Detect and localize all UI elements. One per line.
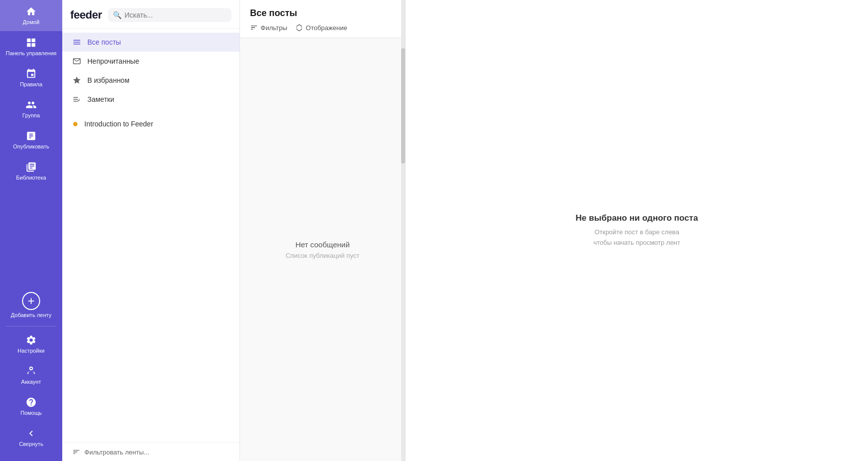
no-post-subtitle-line2: чтобы начать просмотр лент (593, 239, 680, 246)
nav-label-rules: Правила (20, 81, 43, 87)
nav-item-library[interactable]: Библиотека (0, 156, 62, 187)
app-logo: feeder (70, 9, 102, 22)
feed-list-toolbar: Фильтры Отображение (250, 24, 395, 32)
search-icon: 🔍 (113, 11, 121, 19)
no-post-title: Не выбрано ни одного поста (576, 213, 698, 223)
notes-icon (72, 95, 81, 104)
scrollbar-track[interactable] (401, 0, 405, 461)
nav-label-home: Домой (23, 19, 40, 25)
nav-label-settings: Настройки (18, 348, 45, 354)
display-icon (295, 24, 303, 32)
display-label: Отображение (306, 24, 347, 32)
sidebar-item-label-unread: Непрочитанные (87, 57, 139, 65)
nav-label-publish: Опубликовать (13, 143, 49, 149)
help-icon (26, 397, 37, 408)
nav-label-library: Библиотека (16, 175, 46, 181)
sidebar-item-unread[interactable]: Непрочитанные (62, 52, 239, 71)
group-icon (26, 99, 37, 110)
sidebar-item-all-posts[interactable]: Все посты (62, 33, 239, 52)
nav-item-help[interactable]: Помощь (0, 391, 62, 422)
nav-item-group[interactable]: Группа (0, 93, 62, 124)
nav-item-collapse[interactable]: Свернуть (0, 422, 62, 453)
rules-icon (26, 68, 37, 79)
feed-list-panel: Все посты Фильтры Отображение Нет (240, 0, 406, 461)
home-icon (26, 6, 37, 17)
empty-title: Нет сообщений (286, 240, 359, 249)
empty-subtitle: Список публикаций пуст (286, 252, 359, 259)
nav-divider (6, 326, 56, 327)
feed-list-header: Все посты Фильтры Отображение (240, 0, 405, 38)
sidebar: feeder 🔍 Все посты Непрочитанные В избра (62, 0, 240, 461)
feed-list-title: Все посты (250, 8, 395, 19)
dashboard-icon (26, 37, 37, 48)
sidebar-item-label-all-posts: Все посты (87, 38, 121, 46)
main-content: Все посты Фильтры Отображение Нет (240, 0, 868, 461)
publish-icon (26, 130, 37, 141)
nav-label-account: Аккаунт (21, 379, 41, 385)
nav-item-settings[interactable]: Настройки (0, 329, 62, 360)
nav-item-rules[interactable]: Правила (0, 62, 62, 93)
nav-item-account[interactable]: Аккаунт (0, 360, 62, 391)
article-panel: Не выбрано ни одного поста Откройте пост… (406, 0, 868, 461)
nav-item-publish[interactable]: Опубликовать (0, 124, 62, 156)
filters-icon (250, 24, 258, 32)
search-box[interactable]: 🔍 (108, 8, 231, 22)
add-feed-icon: + (22, 292, 40, 310)
filter-icon (72, 448, 80, 456)
left-nav: Домой Панель управления Правила Группа О… (0, 0, 62, 461)
display-button[interactable]: Отображение (295, 24, 347, 32)
sidebar-item-notes[interactable]: Заметки (62, 90, 239, 109)
collapse-icon (26, 428, 37, 439)
feed-item-intro-feeder[interactable]: ● Introduction to Feeder (62, 113, 239, 134)
nav-label-dashboard: Панель управления (6, 50, 56, 56)
rss-icon: ● (72, 118, 78, 129)
add-feed-label: Добавить ленту (11, 312, 52, 318)
sidebar-footer-filter[interactable]: Фильтровать ленты... (62, 442, 239, 461)
sidebar-navigation: Все посты Непрочитанные В избранном Заме… (62, 29, 239, 113)
feed-item-label: Introduction to Feeder (84, 120, 153, 128)
search-input[interactable] (125, 11, 226, 19)
account-icon (26, 366, 37, 377)
sidebar-item-favorites[interactable]: В избранном (62, 71, 239, 90)
add-feed-button[interactable]: + Добавить ленту (0, 286, 62, 324)
empty-message: Нет сообщений Список публикаций пуст (286, 240, 359, 259)
filters-label: Фильтры (261, 24, 287, 32)
sidebar-footer-label: Фильтровать ленты... (84, 448, 149, 456)
unread-icon (72, 57, 81, 66)
sidebar-header: feeder 🔍 (62, 0, 239, 29)
sidebar-item-label-favorites: В избранном (87, 76, 130, 84)
scrollbar-thumb[interactable] (401, 48, 405, 164)
filters-button[interactable]: Фильтры (250, 24, 287, 32)
nav-item-dashboard[interactable]: Панель управления (0, 31, 62, 62)
favorites-icon (72, 76, 81, 85)
feed-list-body: Нет сообщений Список публикаций пуст (240, 38, 405, 461)
all-posts-icon (72, 38, 81, 47)
settings-icon (26, 335, 37, 346)
nav-label-group: Группа (23, 112, 40, 118)
nav-label-help: Помощь (21, 410, 42, 416)
nav-item-home[interactable]: Домой (0, 0, 62, 31)
no-post-subtitle: Откройте пост в баре слева чтобы начать … (576, 227, 698, 248)
nav-label-collapse: Свернуть (19, 441, 43, 447)
no-post-subtitle-line1: Откройте пост в баре слева (594, 228, 679, 236)
sidebar-item-label-notes: Заметки (87, 95, 114, 103)
no-post-selected: Не выбрано ни одного поста Откройте пост… (576, 213, 698, 248)
library-icon (26, 162, 37, 173)
